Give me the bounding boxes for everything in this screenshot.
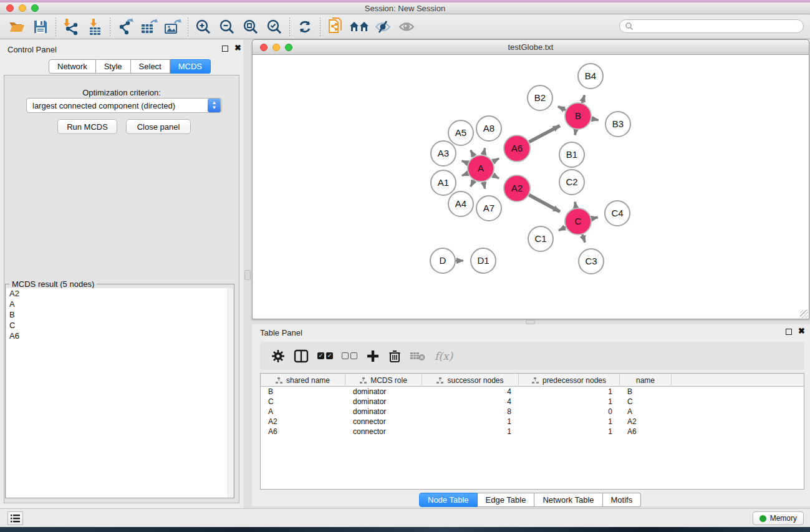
graph-edge-A-A4[interactable] [471, 180, 475, 186]
export-network-button[interactable] [113, 16, 137, 37]
memory-button[interactable]: Memory [753, 511, 804, 525]
graph-node-D1[interactable]: D1 [471, 248, 496, 273]
open-session-button[interactable] [5, 16, 29, 37]
column-header-predecessor-nodes[interactable]: predecessor nodes [519, 374, 620, 387]
graph-edge-A-A7[interactable] [483, 182, 485, 189]
tab-mcds[interactable]: MCDS [170, 59, 211, 74]
column-header-name[interactable]: name [620, 374, 672, 387]
table-row[interactable]: A6connector11A6 [261, 427, 804, 437]
tab-style[interactable]: Style [96, 59, 131, 74]
table-row[interactable]: A2connector11A2 [261, 417, 804, 427]
mcds-result-item[interactable]: C [6, 320, 228, 331]
save-session-button[interactable] [29, 16, 52, 37]
new-network-from-selection-button[interactable] [324, 16, 347, 37]
column-header-successor-nodes[interactable]: successor nodes [422, 374, 519, 387]
export-table-button[interactable] [137, 16, 161, 37]
graph-node-C1[interactable]: C1 [528, 226, 553, 251]
zoom-window-button[interactable] [31, 4, 39, 12]
graph-node-D[interactable]: D [430, 248, 455, 273]
zoom-selected-button[interactable] [263, 16, 286, 37]
graph-node-B[interactable]: B [565, 103, 591, 129]
search-field[interactable] [619, 19, 804, 33]
graph-node-A6[interactable]: A6 [504, 135, 530, 162]
graph-edge-A-A2[interactable] [493, 175, 499, 178]
column-header-MCDS-role[interactable]: MCDS role [345, 374, 422, 387]
search-input[interactable] [634, 21, 803, 32]
graph-node-A4[interactable]: A4 [448, 191, 473, 216]
close-panel-icon[interactable]: ✖ [234, 45, 241, 51]
tab-node-table[interactable]: Node Table [419, 493, 478, 507]
run-mcds-button[interactable]: Run MCDS [57, 119, 117, 134]
hide-selected-button[interactable] [371, 16, 395, 37]
graph-node-B2[interactable]: B2 [528, 85, 552, 110]
criterion-dropdown[interactable]: largest connected component (directed) ▲… [26, 98, 222, 113]
mcds-result-item[interactable]: B [6, 309, 228, 320]
graph-node-A3[interactable]: A3 [431, 141, 456, 166]
task-history-button[interactable] [7, 511, 23, 525]
close-table-panel-icon[interactable]: ✖ [798, 328, 805, 334]
vertical-split-divider[interactable] [244, 270, 251, 280]
window-resize-grip[interactable] [800, 310, 808, 318]
select-all-columns-button[interactable]: ✓ ✓ [317, 346, 333, 367]
graph-edge-A2-C[interactable] [529, 195, 560, 211]
minimize-window-button[interactable] [19, 4, 26, 12]
tab-select[interactable]: Select [131, 59, 170, 74]
add-column-button[interactable] [366, 346, 380, 367]
graph-node-A[interactable]: A [468, 155, 494, 181]
graph-node-B1[interactable]: B1 [559, 142, 584, 167]
graph-node-B3[interactable]: B3 [605, 112, 630, 137]
close-window-button[interactable] [6, 4, 14, 12]
table-settings-button[interactable] [271, 346, 285, 367]
graph-node-C4[interactable]: C4 [605, 201, 630, 226]
tab-motifs[interactable]: Motifs [603, 493, 642, 507]
graph-edge-B-B3[interactable] [592, 118, 599, 120]
float-panel-icon[interactable] [222, 46, 228, 52]
import-table-button[interactable] [83, 16, 107, 37]
import-network-button[interactable] [59, 16, 83, 37]
graph-edge-A-A6[interactable] [493, 158, 499, 162]
graph-edge-C-C2[interactable] [575, 202, 576, 208]
delete-column-button[interactable] [388, 346, 401, 367]
graph-edge-A-A3[interactable] [462, 161, 468, 163]
graph-edge-B-B1[interactable] [575, 130, 576, 135]
refresh-layout-button[interactable] [293, 16, 317, 37]
horizontal-split-divider[interactable] [526, 320, 535, 324]
float-table-panel-icon[interactable] [786, 329, 792, 335]
graph-edge-A-A1[interactable] [462, 173, 468, 176]
graph-node-A5[interactable]: A5 [448, 120, 473, 145]
graph-node-C3[interactable]: C3 [579, 249, 604, 274]
zoom-out-button[interactable] [215, 16, 239, 37]
table-row[interactable]: Adominator80A [261, 407, 804, 417]
mcds-result-item[interactable]: A6 [6, 331, 228, 341]
table-row[interactable]: Cdominator41C [261, 397, 804, 407]
tab-network[interactable]: Network [49, 59, 96, 74]
first-neighbors-button[interactable] [347, 16, 371, 37]
graph-node-A8[interactable]: A8 [476, 116, 501, 141]
graph-edge-C-C4[interactable] [592, 217, 598, 218]
table-row[interactable]: Bdominator41B [261, 387, 804, 397]
graph-node-B4[interactable]: B4 [578, 64, 603, 89]
graph-edge-A6-B[interactable] [529, 125, 559, 142]
graph-edge-B-B4[interactable] [582, 95, 585, 103]
network-graph-canvas[interactable]: B4B2BB3A8A5A6A3B1AC2A1A2A4A7C4CC1DD1C3 [253, 56, 809, 318]
mcds-list-scrollbar[interactable] [228, 288, 233, 498]
deselect-all-columns-button[interactable] [342, 346, 357, 367]
close-panel-button[interactable]: Close panel [126, 119, 191, 134]
mcds-result-item[interactable]: A2 [6, 288, 228, 299]
export-image-button[interactable] [161, 16, 185, 37]
zoom-fit-button[interactable] [239, 16, 263, 37]
split-columns-button[interactable] [294, 346, 309, 367]
show-all-button[interactable] [395, 16, 418, 37]
mcds-result-item[interactable]: A [6, 299, 228, 309]
graph-node-A1[interactable]: A1 [431, 170, 456, 195]
function-builder-button[interactable]: f(x) [435, 346, 453, 367]
graph-node-A7[interactable]: A7 [476, 196, 501, 221]
tab-network-table[interactable]: Network Table [534, 493, 602, 507]
zoom-in-button[interactable] [191, 16, 215, 37]
graph-edge-B-B2[interactable] [558, 107, 566, 110]
graph-node-A2[interactable]: A2 [504, 175, 530, 201]
graph-node-C[interactable]: C [565, 208, 591, 235]
delete-table-button[interactable] [410, 346, 426, 367]
graph-edge-C-C3[interactable] [582, 235, 585, 243]
column-header-shared-name[interactable]: shared name [261, 374, 345, 387]
